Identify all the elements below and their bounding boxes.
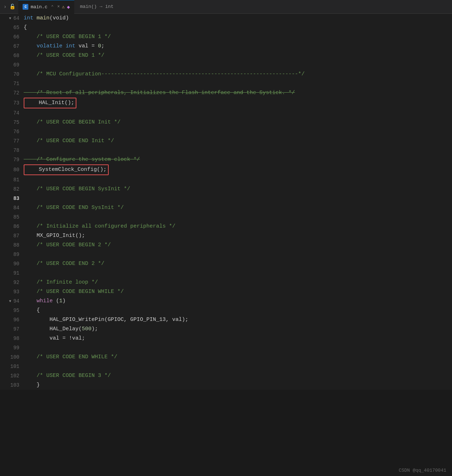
code-token: /* Initialize all configured peripherals… <box>24 223 175 229</box>
code-content: HAL_Delay(500); <box>22 325 452 334</box>
code-line: ▼94 while (1) <box>0 297 452 306</box>
code-token: volatile <box>37 43 66 49</box>
code-line: 77 /* USER CODE END Init */ <box>0 136 452 146</box>
code-token: (void) <box>50 15 69 21</box>
line-number: 70 <box>0 71 22 77</box>
line-number: 96 <box>0 317 22 323</box>
red-box-highlight: SystemClock_Config(); <box>24 164 109 175</box>
code-token: 500 <box>82 326 91 332</box>
code-content: /* USER CODE END WHILE */ <box>22 353 452 362</box>
code-token: 0 <box>98 43 101 49</box>
code-content: /* Configure the system clock */ <box>22 155 452 164</box>
code-content <box>22 127 452 136</box>
line-number: 82 <box>0 186 22 192</box>
code-content <box>22 175 452 185</box>
code-content <box>22 146 452 155</box>
title-bar: › 🔓 C main.c ⌃ × ⚠ ◆ main() → int <box>0 0 452 14</box>
code-line: 68 /* USER CODE END 1 */ <box>0 51 452 60</box>
code-line: 93 /* USER CODE BEGIN WHILE */ <box>0 287 452 297</box>
code-token: /* USER CODE END 2 */ <box>24 261 104 267</box>
code-token: HAL_GPIO_WritePin(GPIOC, GPIO_PIN_13, va… <box>24 317 188 323</box>
tab-filename: main.c <box>30 4 47 10</box>
code-content <box>22 343 452 353</box>
line-number: 83 <box>0 196 22 201</box>
code-content: MX_GPIO_Init(); <box>22 231 452 241</box>
fold-arrow-icon[interactable]: ▼ <box>9 17 11 20</box>
code-token: /* USER CODE BEGIN Init */ <box>24 119 121 125</box>
code-line: 81 <box>0 175 452 185</box>
code-token <box>24 298 37 304</box>
code-line: 101 <box>0 362 452 371</box>
code-content: HAL_Init(); <box>22 98 452 108</box>
code-content <box>22 194 452 203</box>
diamond-icon: ◆ <box>67 4 70 10</box>
code-content: /* MCU Configuration--------------------… <box>22 70 452 79</box>
code-line: 80 SystemClock_Config(); <box>0 164 452 175</box>
code-line: 87 MX_GPIO_Init(); <box>0 231 452 241</box>
code-token: /* USER CODE END WHILE */ <box>24 354 117 360</box>
line-number: 100 <box>0 354 22 360</box>
code-line: 90 /* USER CODE END 2 */ <box>0 259 452 269</box>
code-content: /* USER CODE BEGIN WHILE */ <box>22 287 452 297</box>
line-number: 97 <box>0 326 22 332</box>
line-number: 92 <box>0 280 22 285</box>
code-content <box>22 60 452 70</box>
code-content: /* USER CODE BEGIN 2 */ <box>22 241 452 250</box>
code-line: 83 <box>0 194 452 203</box>
code-content: /* USER CODE BEGIN Init */ <box>22 118 452 127</box>
code-token: ; <box>101 43 104 49</box>
line-number: 81 <box>0 177 22 183</box>
expand-icon[interactable]: › <box>4 4 6 10</box>
tab-close-x[interactable]: × <box>57 4 60 9</box>
code-token: /* USER CODE BEGIN 3 */ <box>24 373 111 379</box>
code-line: 73 HAL_Init(); <box>0 98 452 108</box>
code-content: int main(void) <box>22 14 452 23</box>
line-number: 102 <box>0 373 22 379</box>
file-tab[interactable]: C main.c ⌃ × ⚠ ◆ <box>18 0 74 14</box>
code-token: /* Configure the system clock */ <box>24 157 140 163</box>
line-number: 98 <box>0 336 22 341</box>
code-token: ) <box>62 298 66 304</box>
line-number: 72 <box>0 90 22 96</box>
code-line: 95 { <box>0 306 452 315</box>
code-token: /* USER CODE BEGIN SysInit */ <box>24 186 130 192</box>
line-number: ▼94 <box>0 298 22 304</box>
code-line: 85 <box>0 213 452 222</box>
breadcrumb: main() → int <box>80 4 114 9</box>
code-line: 79 /* Configure the system clock */ <box>0 155 452 164</box>
code-line: 67 volatile int val = 0; <box>0 42 452 51</box>
line-number: 101 <box>0 364 22 369</box>
line-number: 85 <box>0 214 22 220</box>
code-content: /* Initialize all configured peripherals… <box>22 222 452 231</box>
code-token: /* USER CODE END SysInit */ <box>24 205 124 211</box>
line-number: 88 <box>0 242 22 248</box>
tab-close-button[interactable]: ⌃ <box>51 4 53 10</box>
code-line: 91 <box>0 269 452 278</box>
code-content: HAL_GPIO_WritePin(GPIOC, GPIO_PIN_13, va… <box>22 315 452 325</box>
code-line: 102 /* USER CODE BEGIN 3 */ <box>0 371 452 381</box>
code-token: /* USER CODE BEGIN WHILE */ <box>24 289 124 295</box>
code-token: /* Infinite loop */ <box>24 279 98 285</box>
code-content: /* USER CODE END SysInit */ <box>22 203 452 213</box>
line-number: 87 <box>0 233 22 239</box>
code-content: { <box>22 306 452 315</box>
code-line: 76 <box>0 127 452 136</box>
code-content: /* USER CODE END 2 */ <box>22 259 452 269</box>
code-line: 88 /* USER CODE BEGIN 2 */ <box>0 241 452 250</box>
code-token: int <box>66 43 79 49</box>
code-token: val = !val; <box>24 335 85 341</box>
code-line: 74 <box>0 108 452 118</box>
code-token: ); <box>91 326 98 332</box>
line-number: ▼64 <box>0 15 22 21</box>
code-content <box>22 213 452 222</box>
code-token: /* Reset of all peripherals, Initializes… <box>24 90 295 96</box>
code-content <box>22 79 452 88</box>
code-token: HAL_Init(); <box>26 100 74 106</box>
code-token: int <box>24 15 37 21</box>
fold-arrow-icon[interactable]: ▼ <box>9 299 11 303</box>
code-token <box>24 43 37 49</box>
code-line: 65{ <box>0 23 452 32</box>
line-number: 74 <box>0 110 22 116</box>
line-number: 93 <box>0 289 22 295</box>
code-token: SystemClock_Config(); <box>26 167 107 173</box>
